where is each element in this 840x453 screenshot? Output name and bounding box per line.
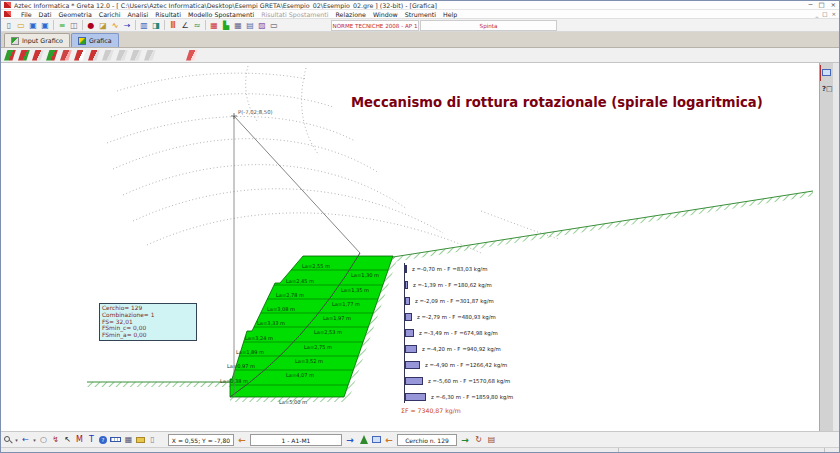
- mdi-close-button[interactable]: ×: [831, 10, 836, 19]
- open-file-icon[interactable]: ▭: [15, 20, 27, 31]
- tab-input-grafico[interactable]: Input Grafico: [4, 33, 70, 47]
- help-sphere-icon[interactable]: ?: [99, 436, 107, 444]
- folder-icon[interactable]: [136, 437, 145, 443]
- wall-type-7-icon[interactable]: [88, 50, 100, 61]
- tree-icon[interactable]: [360, 435, 368, 444]
- materials-icon[interactable]: ●: [85, 20, 97, 31]
- info-fs: FS= 32,01: [102, 319, 194, 326]
- menu-file[interactable]: File: [21, 11, 32, 18]
- stress-diagram-icon[interactable]: Ⅲ: [167, 20, 179, 31]
- wall-type-4-icon[interactable]: [46, 50, 58, 61]
- report-icon[interactable]: ◨: [150, 20, 162, 31]
- new-file-icon[interactable]: ▯: [3, 20, 15, 31]
- zoom-caret-icon[interactable]: ▾: [14, 434, 19, 446]
- force-label: z =-4,20 m - F =940,92 kg/m: [422, 346, 501, 352]
- displacement-icon[interactable]: ≈: [191, 20, 203, 31]
- menu-analisi[interactable]: Analisi: [128, 11, 149, 18]
- tab-grafica-label: Grafica: [89, 37, 112, 44]
- menu-relazione[interactable]: Relazione: [336, 11, 366, 18]
- toolbar-separator: [164, 20, 165, 30]
- units-icon[interactable]: ≡: [56, 20, 68, 31]
- spinta-button[interactable]: Spinta: [420, 20, 557, 31]
- options-icon[interactable]: ◫: [68, 20, 80, 31]
- force-row: z =-2,79 m - F =480,93 kg/m: [405, 312, 496, 322]
- table-view-icon[interactable]: ▦: [123, 434, 134, 446]
- profile-icon[interactable]: ∿: [109, 20, 121, 31]
- ruler-icon[interactable]: [110, 437, 121, 442]
- pointer-icon[interactable]: ↖: [62, 434, 73, 446]
- norme-tecniche-button[interactable]: NORME TECNICHE 2008 - AP 1: [331, 20, 419, 31]
- force-label: z =-5,60 m - F =1570,68 kg/m: [428, 378, 510, 384]
- stratigraphy-icon[interactable]: ◪: [97, 20, 109, 31]
- chart-icon[interactable]: ▥: [138, 20, 150, 31]
- hatch-icon[interactable]: ▨: [256, 20, 268, 31]
- wall-type-10-icon[interactable]: [130, 50, 142, 61]
- text-tool-icon[interactable]: T: [86, 434, 97, 446]
- screen-icon[interactable]: [372, 436, 381, 443]
- save-all-icon[interactable]: ▣: [39, 20, 51, 31]
- menu-window[interactable]: Window: [373, 11, 398, 18]
- next-combination-button[interactable]: →: [344, 434, 356, 446]
- combination-selector[interactable]: 1 - A1-M1: [250, 434, 342, 446]
- wall-type-11-icon[interactable]: [144, 50, 156, 61]
- force-list: z =-0,70 m - F =83,03 kg/mz =-1,39 m - F…: [404, 263, 624, 413]
- wall-label-left: La=1,89 m: [236, 349, 264, 355]
- legend-icon[interactable]: ▙: [220, 20, 232, 31]
- drawing-canvas[interactable]: Meccanismo di rottura rotazionale (spira…: [1, 63, 839, 431]
- preview-icon[interactable]: ▭: [268, 20, 280, 31]
- tab-grafica[interactable]: Grafica: [71, 33, 119, 47]
- menu-strumenti[interactable]: Strumenti: [405, 11, 436, 18]
- redraw-icon[interactable]: ↻: [473, 434, 484, 446]
- prev-combination-button[interactable]: ←: [236, 434, 248, 446]
- circle-selector[interactable]: Cerchio n. 129: [397, 434, 457, 446]
- mdi-restore-button[interactable]: □: [822, 10, 827, 19]
- next-circle-button[interactable]: →: [459, 434, 471, 446]
- pan-caret-icon[interactable]: ▾: [32, 434, 37, 446]
- menu-dati[interactable]: Dati: [39, 11, 52, 18]
- grafica-icon: [78, 37, 86, 45]
- wall-type-8-icon[interactable]: [102, 50, 114, 61]
- wall-type-1-icon[interactable]: [4, 50, 16, 61]
- wall-label-right: La=2,53 m: [314, 329, 342, 335]
- report-table-icon[interactable]: ▤: [486, 434, 497, 446]
- menu-geometria[interactable]: Geometria: [58, 11, 91, 18]
- moment-icon[interactable]: M: [74, 434, 85, 446]
- menu-carichi[interactable]: Carichi: [99, 11, 121, 18]
- prev-circle-button[interactable]: ←: [383, 434, 395, 446]
- table-icon[interactable]: ▤: [244, 20, 256, 31]
- screen-view-icon[interactable]: [822, 69, 831, 76]
- close-button[interactable]: ×: [831, 1, 836, 9]
- force-row: z =-6,30 m - F =1859,80 kg/m: [405, 392, 513, 402]
- page-icon[interactable]: ▯: [147, 434, 158, 446]
- force-row: z =-0,70 m - F =83,03 kg/m: [405, 264, 487, 274]
- help-icon[interactable]: ?□: [822, 85, 833, 93]
- app-window: Aztec Informatica * Greta 12.0 - [ C:\Us…: [0, 0, 840, 453]
- select-lightning-icon[interactable]: ↯: [50, 434, 61, 446]
- wall-type-6-icon[interactable]: [74, 50, 86, 61]
- circle-tool-icon[interactable]: ○: [38, 434, 49, 446]
- run-analysis-icon[interactable]: →: [121, 20, 133, 31]
- maximize-button[interactable]: □: [818, 1, 824, 9]
- save-icon[interactable]: ▣: [27, 20, 39, 31]
- menu-risultati[interactable]: Risultati: [155, 11, 181, 18]
- force-bar: [405, 345, 417, 353]
- minimize-button[interactable]: ─: [808, 1, 812, 9]
- menu-help[interactable]: Help: [443, 11, 457, 18]
- force-bar: [405, 297, 410, 305]
- zoom-icon[interactable]: [4, 435, 12, 444]
- pan-icon[interactable]: ←: [20, 434, 31, 446]
- wall-type-2-icon[interactable]: [18, 50, 30, 61]
- mesh-icon[interactable]: ▦: [208, 20, 220, 31]
- menu-risultati-spostamenti[interactable]: Risultati Spostamenti: [261, 11, 328, 18]
- wall-label-left: La=0,97 m: [227, 363, 255, 369]
- wall-type-3-icon[interactable]: [32, 50, 44, 61]
- wall-type-5-icon[interactable]: [60, 50, 72, 61]
- grid-icon[interactable]: ▦: [232, 20, 244, 31]
- geogrid-icon[interactable]: [186, 50, 198, 61]
- force-label: z =-4,90 m - F =1266,42 kg/m: [425, 362, 507, 368]
- menu-modello-spostamenti[interactable]: Modello Spostamenti: [188, 11, 254, 18]
- wall-type-9-icon[interactable]: [116, 50, 128, 61]
- downslope-terrain-hatch: [87, 382, 230, 387]
- section-icon[interactable]: ∠: [179, 20, 191, 31]
- mdi-minimize-button[interactable]: _: [815, 10, 818, 19]
